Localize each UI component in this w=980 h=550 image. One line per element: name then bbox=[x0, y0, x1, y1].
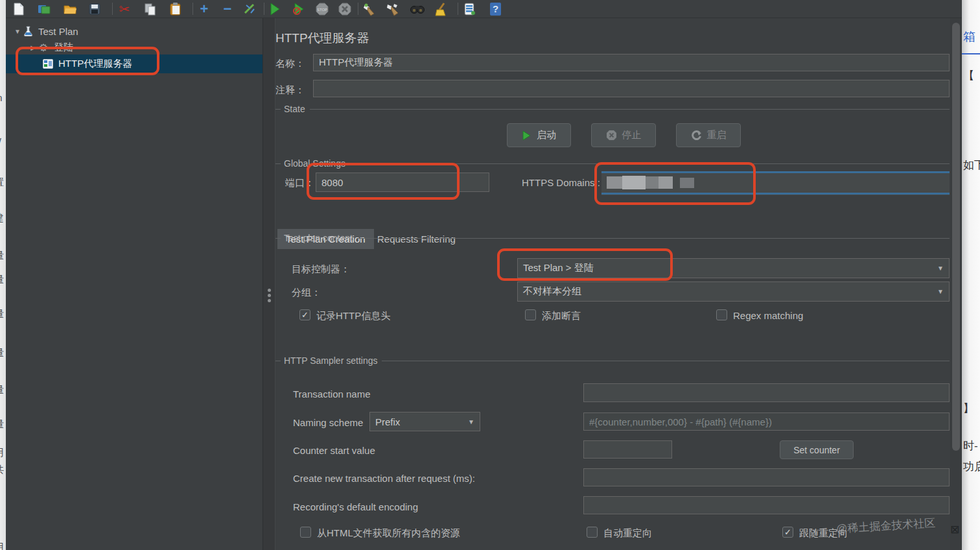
article-left-fragment: 、 bbox=[0, 512, 6, 524]
article-left-fragment: 量 bbox=[0, 308, 6, 320]
add-assertions-checkbox[interactable] bbox=[525, 309, 536, 320]
test-plan-icon bbox=[22, 26, 34, 36]
name-input[interactable] bbox=[313, 54, 950, 71]
new-file-icon[interactable] bbox=[12, 2, 26, 16]
clear-all-icon[interactable] bbox=[386, 2, 400, 16]
name-label: 名称： bbox=[275, 58, 305, 70]
article-left-fragment: 置 bbox=[0, 176, 6, 189]
tree-item-test-plan[interactable]: ▼ Test Plan bbox=[6, 23, 262, 39]
panel-splitter[interactable] bbox=[262, 18, 275, 550]
default-encoding-input[interactable] bbox=[583, 496, 950, 514]
retrieve-embedded-resources-checkbox[interactable] bbox=[300, 527, 311, 538]
regex-matching-checkbox[interactable] bbox=[716, 309, 727, 320]
article-fragment: 【 bbox=[963, 68, 974, 83]
thread-group-icon: ⚙ bbox=[38, 42, 49, 53]
proxy-server-icon bbox=[42, 59, 54, 69]
toggle-icon[interactable] bbox=[243, 2, 257, 16]
toolbar-separator bbox=[358, 3, 358, 15]
follow-redirects-checkbox[interactable]: ✓ bbox=[782, 527, 793, 538]
start-no-pauses-icon[interactable] bbox=[292, 2, 306, 16]
auto-redirect-label: 自动重定向 bbox=[603, 527, 652, 540]
scrollbar-thumb[interactable] bbox=[952, 23, 960, 451]
counter-start-value-input[interactable] bbox=[583, 440, 672, 459]
article-fragment: 功启 bbox=[963, 459, 980, 474]
article-left-fragment: 共 bbox=[0, 464, 6, 476]
target-controller-select[interactable]: Test Plan > 登陆 ▼ bbox=[517, 258, 950, 278]
tree-item-label: HTTP代理服务器 bbox=[58, 58, 132, 70]
chevron-down-icon: ▼ bbox=[937, 288, 944, 295]
expand-all-icon[interactable]: + bbox=[197, 2, 211, 16]
tree-item-http-proxy[interactable]: HTTP代理服务器 bbox=[6, 54, 262, 73]
naming-scheme-select[interactable]: Prefix ▼ bbox=[369, 412, 480, 431]
start-button-icon bbox=[522, 130, 531, 141]
article-left-fragment: 量 bbox=[0, 418, 6, 431]
comment-label: 注释： bbox=[275, 84, 305, 97]
function-helper-icon[interactable] bbox=[462, 2, 476, 16]
start-icon[interactable] bbox=[268, 2, 282, 16]
open-icon[interactable] bbox=[63, 2, 77, 16]
clear-icon[interactable] bbox=[362, 2, 376, 16]
stop-button[interactable]: 停止 bbox=[591, 123, 656, 147]
article-left-fragment: 量 bbox=[0, 347, 6, 359]
article-left-fragment: 量 bbox=[0, 274, 6, 286]
set-counter-button[interactable]: Set counter bbox=[780, 440, 854, 459]
transaction-name-label: Transaction name bbox=[293, 389, 371, 400]
comment-input[interactable] bbox=[313, 80, 950, 97]
article-left-margin: mw置建量量量量量量用共、用 bbox=[0, 0, 6, 550]
restart-button-icon bbox=[691, 130, 702, 141]
stop-icon[interactable]: STOP bbox=[315, 2, 329, 16]
default-encoding-label: Recording's default encoding bbox=[293, 501, 418, 512]
stop-button-icon bbox=[606, 130, 617, 141]
tree-item-login[interactable]: ▶ ⚙ 登陆 bbox=[6, 40, 262, 55]
shutdown-icon[interactable] bbox=[338, 2, 352, 16]
article-left-fragment: 用 bbox=[0, 542, 6, 550]
save-icon[interactable] bbox=[88, 2, 102, 16]
naming-scheme-value: Prefix bbox=[375, 416, 400, 427]
svg-text:STOP: STOP bbox=[317, 8, 327, 12]
article-left-fragment: 用 bbox=[0, 447, 6, 459]
naming-format-input[interactable] bbox=[583, 413, 950, 431]
https-field-top-border bbox=[601, 171, 950, 173]
article-fragment: 箱 bbox=[963, 29, 975, 45]
chevron-down-icon: ▼ bbox=[937, 265, 944, 272]
templates-icon[interactable] bbox=[37, 2, 51, 16]
cut-icon[interactable]: ✂ bbox=[117, 2, 132, 16]
search-icon[interactable] bbox=[410, 2, 425, 16]
toolbar-separator bbox=[192, 3, 193, 15]
article-fragment: 如下 bbox=[963, 158, 980, 173]
vertical-scrollbar[interactable] bbox=[950, 18, 962, 550]
grouping-value: 不对样本分组 bbox=[523, 285, 581, 298]
port-input[interactable] bbox=[316, 173, 489, 192]
toolbar-separator bbox=[112, 3, 113, 15]
grouping-select[interactable]: 不对样本分组 ▼ bbox=[517, 281, 950, 302]
article-left-fragment: 建 bbox=[0, 212, 6, 224]
svg-text:?: ? bbox=[492, 3, 498, 14]
new-transaction-input[interactable] bbox=[583, 468, 950, 486]
collapse-all-icon[interactable]: − bbox=[220, 2, 235, 16]
article-left-fragment: 量 bbox=[0, 250, 6, 262]
article-left-fragment: w bbox=[0, 134, 6, 145]
reset-search-icon[interactable] bbox=[434, 2, 448, 16]
article-heading-rule bbox=[962, 53, 980, 54]
article-left-fragment: 量 bbox=[0, 384, 6, 396]
target-controller-value: Test Plan > 登陆 bbox=[523, 262, 594, 274]
global-settings-group-title: Global Settings bbox=[275, 158, 950, 169]
restart-button[interactable]: 重启 bbox=[676, 123, 741, 147]
https-domains-input[interactable] bbox=[601, 171, 950, 195]
expand-arrow-icon[interactable]: ▶ bbox=[29, 44, 38, 51]
article-right-margin: 箱 【 如下 】 时- 功启 bbox=[962, 0, 980, 550]
record-http-headers-checkbox[interactable]: ✓ bbox=[299, 309, 310, 320]
start-button[interactable]: 启动 bbox=[507, 123, 571, 147]
help-icon[interactable]: ? bbox=[488, 2, 502, 16]
article-fragment: 时- bbox=[963, 438, 978, 453]
tree-item-label: 登陆 bbox=[54, 42, 73, 54]
naming-scheme-label: Naming scheme bbox=[293, 417, 363, 428]
port-label: 端口： bbox=[285, 177, 314, 189]
auto-redirect-checkbox[interactable] bbox=[587, 527, 598, 538]
transaction-name-input[interactable] bbox=[583, 383, 950, 402]
copy-icon[interactable] bbox=[143, 2, 158, 16]
collapse-arrow-icon[interactable]: ▼ bbox=[13, 28, 22, 35]
toolbar-separator bbox=[264, 3, 264, 15]
counter-start-value-label: Counter start value bbox=[293, 445, 375, 456]
paste-icon[interactable] bbox=[168, 2, 182, 16]
